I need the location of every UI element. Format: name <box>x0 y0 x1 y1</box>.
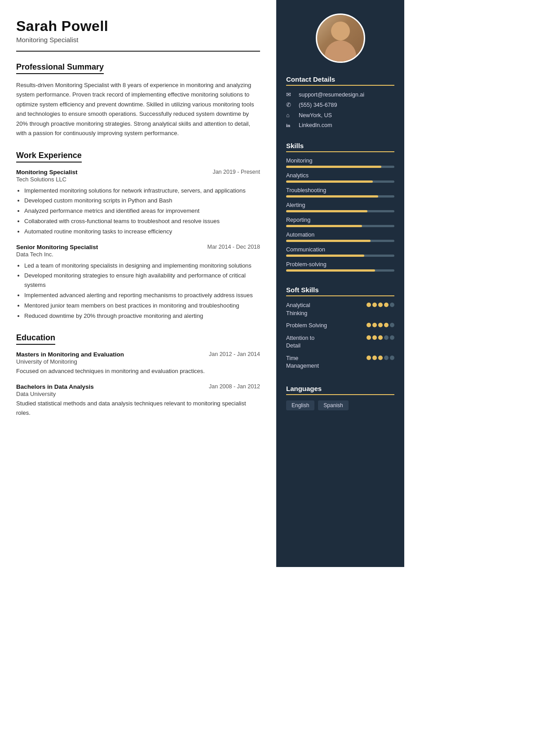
list-item: Developed custom monitoring scripts in P… <box>24 196 260 206</box>
list-item: Analyzed performance metrics and identif… <box>24 207 260 216</box>
skill-name: Analytics <box>286 172 394 179</box>
dot-filled <box>372 303 377 307</box>
dot-filled <box>372 356 377 360</box>
skill-bar-bg <box>286 195 394 198</box>
dot-filled <box>367 335 371 340</box>
left-column: Sarah Powell Monitoring Specialist Profe… <box>0 0 276 567</box>
dot-filled <box>367 323 371 327</box>
skill-item: Reporting <box>286 217 394 227</box>
language-tags: EnglishSpanish <box>286 400 394 410</box>
soft-skills-section: Soft Skills AnalyticalThinking Problem S… <box>286 286 394 375</box>
work-section-title: Work Experience <box>16 151 82 163</box>
soft-skill-name: Problem Solving <box>286 322 363 330</box>
skill-item: Automation <box>286 232 394 242</box>
dot-empty <box>384 356 389 360</box>
education-section-title: Education <box>16 333 55 345</box>
job-2-header: Senior Monitoring Specialist Mar 2014 - … <box>16 244 260 251</box>
dot-empty <box>390 323 394 327</box>
linkedin-icon: in <box>286 123 295 128</box>
candidate-name: Sarah Powell <box>16 18 260 35</box>
skills-list: Monitoring Analytics Troubleshooting Ale… <box>286 158 394 272</box>
skill-name: Troubleshooting <box>286 187 394 193</box>
dots-row <box>367 356 394 360</box>
skill-bar-fill <box>286 240 371 242</box>
edu-1-school: University of Monitoring <box>16 358 260 365</box>
contact-phone: ✆ (555) 345-6789 <box>286 101 394 108</box>
soft-skills-list: AnalyticalThinking Problem Solving Atten… <box>286 302 394 370</box>
name-block: Sarah Powell Monitoring Specialist <box>16 18 260 44</box>
contact-email: ✉ support@resumedesign.ai <box>286 91 394 98</box>
dots-container <box>367 323 394 327</box>
skill-name: Alerting <box>286 202 394 208</box>
dot-filled <box>378 323 383 327</box>
dots-row <box>367 303 394 307</box>
candidate-title: Monitoring Specialist <box>16 36 260 44</box>
edu-1-dates: Jan 2012 - Jan 2014 <box>209 351 260 357</box>
skill-item: Analytics <box>286 172 394 183</box>
contact-linkedin: in LinkedIn.com <box>286 122 394 128</box>
skill-bar-fill <box>286 255 364 257</box>
contact-linkedin-text: LinkedIn.com <box>299 122 332 128</box>
contact-email-text: support@resumedesign.ai <box>299 92 364 98</box>
edu-1-degree: Masters in Monitoring and Evaluation <box>16 351 124 358</box>
phone-icon: ✆ <box>286 101 295 108</box>
skill-bar-bg <box>286 225 394 227</box>
skill-bar-fill <box>286 195 378 198</box>
dot-filled <box>378 303 383 307</box>
location-icon: ⌂ <box>286 112 295 119</box>
job-1-dates: Jan 2019 - Present <box>212 169 260 175</box>
contact-location: ⌂ NewYork, US <box>286 112 394 119</box>
edu-2-header: Bachelors in Data Analysis Jan 2008 - Ja… <box>16 383 260 390</box>
soft-skill-item: Problem Solving <box>286 322 394 330</box>
skill-item: Problem-solving <box>286 261 394 272</box>
list-item: Mentored junior team members on best pra… <box>24 301 260 311</box>
job-2-bullets: Led a team of monitoring specialists in … <box>16 261 260 321</box>
dot-filled <box>372 323 377 327</box>
list-item: Implemented advanced alerting and report… <box>24 291 260 300</box>
skill-name: Problem-solving <box>286 261 394 268</box>
edu-1-desc: Focused on advanced techniques in monito… <box>16 367 260 376</box>
edu-2-school: Data University <box>16 391 260 397</box>
list-item: Developed monitoring strategies to ensur… <box>24 271 260 290</box>
education-section: Education Masters in Monitoring and Eval… <box>16 333 260 418</box>
skill-bar-bg <box>286 166 394 168</box>
dot-filled <box>384 323 389 327</box>
header-divider <box>16 51 260 52</box>
summary-section: Professional Summary Results-driven Moni… <box>16 62 260 138</box>
dot-empty <box>384 335 389 340</box>
list-item: Collaborated with cross-functional teams… <box>24 217 260 226</box>
avatar <box>316 13 365 63</box>
avatar-head <box>331 22 350 40</box>
skill-bar-bg <box>286 210 394 212</box>
email-icon: ✉ <box>286 91 295 98</box>
job-2-dates: Mar 2014 - Dec 2018 <box>208 244 260 250</box>
dots-container <box>367 356 394 360</box>
dots-container <box>367 335 394 340</box>
dot-empty <box>390 356 394 360</box>
skills-section-title: Skills <box>286 142 394 152</box>
skill-name: Reporting <box>286 217 394 223</box>
dots-container <box>367 303 394 307</box>
skill-name: Communication <box>286 246 394 253</box>
dot-filled <box>378 335 383 340</box>
edu-2-degree: Bachelors in Data Analysis <box>16 383 94 390</box>
dot-filled <box>384 303 389 307</box>
languages-section: Languages EnglishSpanish <box>286 385 394 410</box>
skill-bar-bg <box>286 180 394 183</box>
skill-item: Alerting <box>286 202 394 212</box>
dot-filled <box>367 303 371 307</box>
skill-bar-fill <box>286 225 362 227</box>
job-1-title: Monitoring Specialist <box>16 169 78 176</box>
job-1-header: Monitoring Specialist Jan 2019 - Present <box>16 169 260 176</box>
skill-item: Monitoring <box>286 158 394 168</box>
skill-bar-bg <box>286 269 394 272</box>
summary-section-title: Professional Summary <box>16 62 104 74</box>
contact-section-title: Contact Details <box>286 75 394 86</box>
dots-row <box>367 323 394 327</box>
soft-skill-name: TimeManagement <box>286 355 363 370</box>
dot-empty <box>390 335 394 340</box>
language-tag: English <box>286 400 314 410</box>
dot-filled <box>378 356 383 360</box>
skill-bar-fill <box>286 210 367 212</box>
soft-skill-item: AnalyticalThinking <box>286 302 394 317</box>
